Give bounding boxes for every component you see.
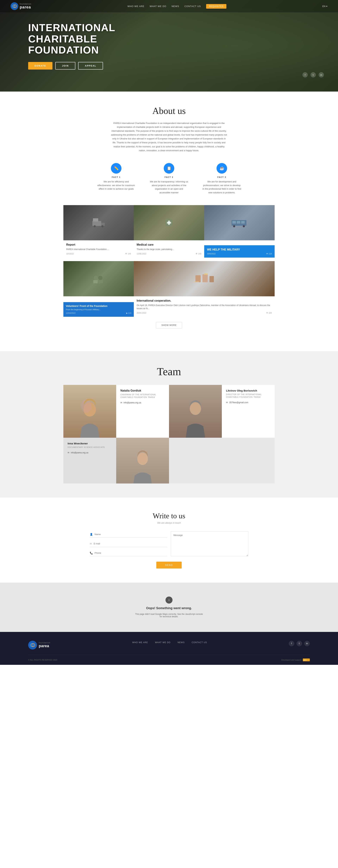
hero-social: f 𝕥 in [302, 72, 324, 78]
phone-field: 📞 [90, 550, 167, 556]
nav-who-we-are[interactable]: WHO WE ARE [127, 5, 144, 7]
news-card-report-date: 10/15/22 [66, 253, 74, 255]
show-more-button[interactable]: SHOW MORE [156, 322, 182, 328]
footer-logo-subtitle: foundation [39, 642, 51, 644]
hero-title: INTERNATIONAL CHARITABLE FOUNDATION [28, 22, 123, 56]
svg-rect-2 [92, 221, 101, 226]
navbar-logo[interactable]: foundation parea [10, 2, 32, 10]
footer-copyright: © ALL RIGHTS RESERVED 2023 [28, 659, 57, 661]
team-member-inna-info: Inna Woeckener DOCUMENTARY SCIENCE ASSOC… [63, 438, 116, 484]
nav-what-we-do[interactable]: WHAT WE DO [150, 5, 166, 7]
form-left: 👤 ✉ 📞 [90, 531, 167, 556]
news-card-medical-body: Medical care Thanks to the large scale, … [134, 240, 204, 257]
name-field: 👤 [90, 531, 167, 538]
map-error-icon: i [165, 596, 173, 603]
join-button[interactable]: JOIN [55, 62, 75, 69]
footer-twitter-icon[interactable]: 𝕥 [297, 641, 302, 646]
news-card-report-body: Report PAREA International Charitable Fo… [63, 240, 134, 257]
team-title: Team [28, 365, 310, 378]
map-section: i Oops! Something went wrong. This page … [0, 583, 338, 632]
team-empty-col [169, 438, 275, 484]
news-card-intl-excerpt: On April 19, PAREA Executive Director Ol… [136, 304, 272, 310]
email-icon: ✉ [120, 401, 122, 404]
form-right [171, 531, 248, 556]
natalia-name: Natalia Gordiuk [120, 389, 165, 392]
news-card-volunteers-date: 12/04/2022 [66, 312, 75, 314]
news-card-volunteers[interactable]: Volunteers' Front of the Foundation From… [63, 261, 134, 317]
svg-point-16 [94, 276, 98, 280]
facts-row: ✏️ FACT 1 We are for efficiency and effe… [28, 163, 310, 194]
news-card-military[interactable]: WE HELP THE MILITARY 30/6/2022 👁 118 [204, 205, 275, 257]
email-input[interactable] [94, 542, 167, 545]
phone-icon: 📞 [90, 552, 93, 554]
lang-switcher[interactable]: EN ▾ [322, 5, 328, 7]
footer-bottom: © ALL RIGHTS RESERVED 2023 Developed and… [28, 658, 310, 661]
dev-logo: DEV [303, 658, 310, 661]
fact-3-title: FACT 3 [203, 176, 241, 178]
natalia-role: CHAIRMAN OF THE INTERNATIONAL CHARITABLE… [120, 393, 165, 399]
nav-news[interactable]: NEWS [172, 5, 179, 7]
write-section: Write to us We are always in touch 👤 ✉ 📞… [0, 498, 338, 583]
footer-logo-text: parea [39, 644, 51, 648]
team-member-inna-photo [116, 438, 169, 484]
news-card-report[interactable]: Report PAREA International Charitable Fo… [63, 205, 134, 257]
news-grid-top: Report PAREA International Charitable Fo… [63, 205, 275, 257]
nav-contact-us[interactable]: CONTACT US [184, 5, 201, 7]
email-icon-form: ✉ [90, 542, 92, 545]
fact-3: ☕ FACT 3 We are for development and prof… [203, 163, 241, 194]
litvinov-role: DIRECTOR OF THE INTERNATIONAL CHARITABLE… [226, 393, 270, 398]
team-grid-row2: Inna Woeckener DOCUMENTARY SCIENCE ASSOC… [63, 438, 275, 484]
news-card-intl-img [134, 261, 275, 296]
logo-text: parea [20, 5, 31, 9]
donate-button[interactable]: DONATE [28, 62, 53, 69]
svg-rect-20 [195, 275, 201, 282]
appeal-button[interactable]: APPEAL [78, 62, 103, 69]
linkedin-icon[interactable]: in [319, 72, 324, 78]
map-error-title: Oops! Something went wrong. [146, 607, 192, 610]
news-card-volunteers-views: ▶ 110 [126, 312, 131, 314]
footer-nav-what[interactable]: WHAT WE DO [155, 641, 171, 644]
news-card-report-title: Report [66, 243, 131, 246]
news-card-volunteers-overlay: Volunteers' Front of the Foundation From… [63, 302, 134, 317]
news-card-intl-date: 26/04.2022 [136, 312, 146, 314]
nav-requisites[interactable]: REQUISITES [206, 4, 226, 9]
footer-facebook-icon[interactable]: f [289, 641, 294, 646]
twitter-icon[interactable]: 𝕥 [311, 72, 316, 78]
message-input[interactable] [171, 531, 248, 556]
footer-social: f 𝕥 in [289, 641, 310, 646]
svg-point-27 [190, 402, 201, 415]
svg-point-15 [243, 225, 245, 227]
litvinov-email: ✉ 357litex@gmail.com [226, 401, 270, 404]
inna-email: ✉ info@parea.org.ua [68, 452, 112, 454]
news-card-report-views: 👁 144 [125, 253, 131, 255]
name-input[interactable] [95, 533, 167, 535]
news-card-medical[interactable]: Medical care Thanks to the large scale, … [134, 205, 204, 257]
litvinov-name: Litvinov Oleg Borisovich [226, 389, 270, 392]
news-card-report-excerpt: PAREA International Charitable Foundatio… [66, 248, 131, 251]
footer-linkedin-icon[interactable]: in [304, 641, 310, 646]
footer-nav-contact[interactable]: CONTACT US [192, 641, 207, 644]
natalia-email: ✉ info@parea.org.ua [120, 401, 165, 404]
logo-subtitle: foundation [20, 3, 32, 5]
write-subtitle: We are always in touch [28, 522, 310, 524]
svg-rect-19 [99, 280, 103, 283]
footer-logo[interactable]: foundation parea [28, 641, 51, 650]
news-card-intl[interactable]: International cooperation. On April 19, … [134, 261, 275, 317]
news-card-military-views: 👁 118 [266, 253, 272, 255]
svg-rect-21 [203, 274, 208, 282]
team-member-natalia-info: Natalia Gordiuk CHAIRMAN OF THE INTERNAT… [116, 385, 169, 438]
footer-nav-who[interactable]: WHO WE ARE [132, 641, 148, 644]
email-icon-2: ✉ [226, 401, 228, 404]
svg-rect-23 [194, 281, 199, 282]
phone-input[interactable] [95, 552, 167, 554]
fact-2-title: FACT 2 [150, 176, 188, 178]
person-icon: 👤 [90, 533, 93, 536]
fact-1-icon: ✏️ [111, 163, 121, 174]
facebook-icon[interactable]: f [302, 72, 308, 78]
send-button[interactable]: SEND [156, 562, 182, 568]
footer-dev: Developed and support DEV [281, 658, 310, 661]
news-card-volunteers-title: Volunteers' Front of the Foundation [66, 305, 131, 307]
team-member-litvinov-photo [169, 385, 222, 438]
footer-nav-news[interactable]: NEWS [178, 641, 185, 644]
svg-point-4 [94, 225, 96, 227]
